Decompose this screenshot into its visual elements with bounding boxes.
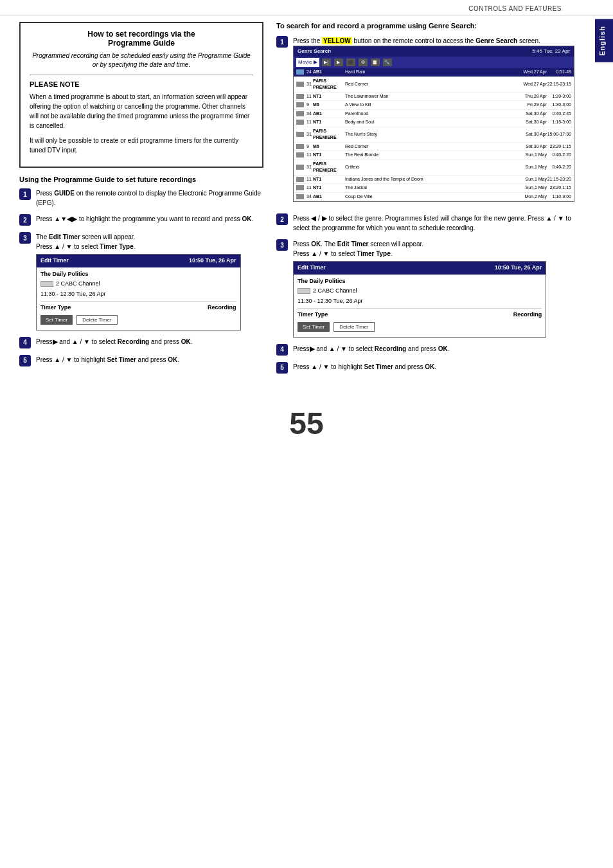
edit-timer-time: 10:50 Tue, 26 Apr: [189, 257, 236, 266]
right-step-4: 4 Press▶ and ▲ / ▼ to select Recording a…: [276, 344, 574, 356]
timer-type-row: Timer Type Recording: [40, 301, 236, 312]
gs-row-icon-4: [296, 111, 304, 116]
step-3-text: The Edit Timer screen will appear. Press…: [36, 232, 263, 330]
edit-timer-schedule: 11:30 - 12:30 Tue, 26 Apr: [40, 290, 236, 299]
gs-row-4[interactable]: 34 AB1 Parenthood Sat,30 Apr 0:40-2:45: [294, 110, 574, 119]
step-1-text: Press GUIDE on the remote control to dis…: [36, 188, 263, 208]
right-step-4-num: 4: [276, 344, 288, 356]
step-1: 1 Press GUIDE on the remote control to d…: [19, 188, 263, 208]
gs-row-7[interactable]: 9 M6 Red Corner Sat,30 Apr 23:20-1:15: [294, 143, 574, 152]
step-2-num: 2: [19, 214, 31, 226]
step-4-num: 4: [19, 337, 31, 348]
gs-row-10[interactable]: 11 NT1 Indiana Jones and the Temple of D…: [294, 176, 574, 185]
gs-row-icon-5: [296, 120, 304, 125]
gs-row-1[interactable]: 31 PARIS PREMIERE Red Corner Wed,27 Apr …: [294, 77, 574, 93]
timer-type-label: Timer Type: [40, 303, 71, 312]
gs-row-icon-12: [296, 194, 304, 199]
edit-timer-header: Edit Timer 10:50 Tue, 26 Apr: [37, 255, 240, 267]
gs-row-11[interactable]: 11 NT1 The Jackal Sun,1 May 23:20-1:15: [294, 184, 574, 193]
right-step-2-num: 2: [276, 213, 288, 225]
gs-row-2[interactable]: 11 NT1 The Lawnmower Man Thu,28 Apr 1:20…: [294, 93, 574, 102]
right-edit-timer-header: Edit Timer 10:50 Tue, 26 Apr: [294, 262, 546, 275]
gs-row-icon-0: [296, 69, 304, 75]
gs-row-icon-10: [296, 177, 304, 182]
right-edit-timer-schedule: 11:30 - 12:30 Tue, 26 Apr: [298, 297, 542, 306]
right-step-1-num: 1: [276, 36, 288, 48]
gs-row-12[interactable]: 34 AB1 Coup De Ville Mon,2 May 1:10-3:00: [294, 193, 574, 202]
right-edit-timer-channel-row: 2 CABC Channel: [298, 287, 542, 296]
step-2-text: Press ▲▼◀▶ to highlight the programme yo…: [36, 214, 263, 224]
right-step-5-text: Press ▲ / ▼ to highlight Set Timer and p…: [293, 362, 574, 372]
right-step-3: 3 Press OK. The Edit Timer screen will a…: [276, 239, 574, 338]
gs-row-6[interactable]: 31 PARIS PREMIERE The Nun's Story Sat,30…: [294, 127, 574, 143]
para2: It will only be possible to create or ed…: [30, 136, 253, 155]
gs-row-8[interactable]: 11 NT1 The Real Blonde Sun,1 May 0:40-2:…: [294, 151, 574, 160]
right-btn-row: Set Timer Delete Timer: [298, 322, 542, 334]
right-set-timer-button[interactable]: Set Timer: [298, 322, 330, 332]
gs-row-5[interactable]: 11 NT1 Body and Soul Sat,30 Apr 1:15-3:0…: [294, 118, 574, 127]
right-column: To search for and record a programme usi…: [276, 22, 594, 380]
right-edit-timer-time: 10:50 Tue, 26 Apr: [495, 264, 542, 273]
step-1-num: 1: [19, 188, 31, 200]
right-step-3-text: Press OK. The Edit Timer screen will app…: [293, 239, 574, 338]
gs-row-icon-11: [296, 185, 304, 190]
gs-header: Genre Search 5:45 Tue, 22 Apr: [294, 46, 574, 57]
right-timer-type-row: Timer Type Recording: [298, 308, 542, 320]
step-2: 2 Press ▲▼◀▶ to highlight the programme …: [19, 214, 263, 226]
right-edit-timer-title: Edit Timer: [298, 264, 326, 273]
right-step-2: 2 Press ◀ / ▶ to select the genre. Progr…: [276, 213, 574, 233]
gs-row-0[interactable]: 24 AB1 Hard Rain Wed,27 Apr 0:51-49: [294, 68, 574, 77]
right-step-3-num: 3: [276, 239, 288, 251]
page-header: CONTROLS AND FEATURES: [0, 0, 613, 15]
step-5-text: Press ▲ / ▼ to highlight Set Timer and p…: [36, 355, 263, 365]
right-step-5-num: 5: [276, 362, 288, 374]
gs-nav-bar: Movie ▶ ▶| ▶ ⬛ ⚙ 📋 🔧: [294, 57, 574, 68]
step-5-num: 5: [19, 355, 31, 366]
gs-row-icon-8: [296, 152, 304, 158]
delete-timer-button[interactable]: Delete Timer: [76, 315, 117, 325]
right-timer-type-label: Timer Type: [298, 311, 328, 320]
gs-row-icon-9: [296, 165, 304, 170]
side-tab-label: English: [598, 26, 606, 56]
gs-header-time: 5:45 Tue, 22 Apr: [532, 48, 570, 55]
para1: When a timed programme is about to start…: [30, 92, 253, 131]
gs-icon-3: ⬛: [346, 59, 355, 66]
gs-row-3[interactable]: 9 M6 A View to Kill Fri,29 Apr 1:30-3:00: [294, 101, 574, 110]
step-3: 3 The Edit Timer screen will appear. Pre…: [19, 232, 263, 330]
page-number: 55: [0, 406, 613, 441]
right-channel-icon: [298, 288, 310, 294]
genre-search-box: Genre Search 5:45 Tue, 22 Apr Movie ▶ ▶|…: [293, 46, 574, 202]
side-tab-english: English: [595, 19, 613, 62]
subsection-title: Using the Programme Guide to set future …: [19, 176, 263, 183]
gs-icon-1: ▶|: [322, 59, 331, 66]
gs-row-icon-3: [296, 102, 304, 107]
step-4-text: Press▶ and ▲ / ▼ to select Recording and…: [36, 337, 263, 347]
step-4: 4 Press▶ and ▲ / ▼ to select Recording a…: [19, 337, 263, 348]
edit-timer-channel-row: 2 CABC Channel: [40, 280, 236, 289]
section-box: How to set recordings via the Programme …: [19, 22, 263, 168]
gs-row-icon-1: [296, 82, 304, 87]
gs-nav-movie[interactable]: Movie ▶: [296, 58, 319, 67]
step-3-num: 3: [19, 232, 31, 244]
right-step-2-text: Press ◀ / ▶ to select the genre. Program…: [293, 213, 574, 233]
timer-type-value: Recording: [208, 303, 236, 312]
edit-timer-programme: The Daily Politics: [40, 270, 236, 279]
page-container: CONTROLS AND FEATURES English How to set…: [0, 0, 613, 868]
italic-note: Programmed recording can be scheduled ea…: [30, 51, 253, 69]
gs-row-icon-7: [296, 144, 304, 149]
left-column: How to set recordings via the Programme …: [19, 22, 263, 380]
btn-row: Set Timer Delete Timer: [40, 315, 236, 327]
gs-header-title: Genre Search: [298, 48, 331, 55]
gs-icon-2: ▶: [334, 59, 343, 66]
step-5: 5 Press ▲ / ▼ to highlight Set Timer and…: [19, 355, 263, 366]
main-content: How to set recordings via the Programme …: [0, 15, 613, 386]
edit-timer-channel: 2 CABC Channel: [56, 280, 100, 289]
gs-row-9[interactable]: 31 PARIS PREMIERE Critters Sun,1 May 0:4…: [294, 160, 574, 176]
gs-icon-6: 🔧: [383, 59, 392, 66]
gs-row-icon-2: [296, 94, 304, 99]
right-delete-timer-button[interactable]: Delete Timer: [333, 322, 374, 332]
edit-timer-title: Edit Timer: [40, 257, 69, 266]
right-step-1-text: Press the YELLOW button on the remote co…: [293, 36, 574, 207]
set-timer-button[interactable]: Set Timer: [40, 315, 73, 325]
right-title: To search for and record a programme usi…: [276, 22, 574, 30]
